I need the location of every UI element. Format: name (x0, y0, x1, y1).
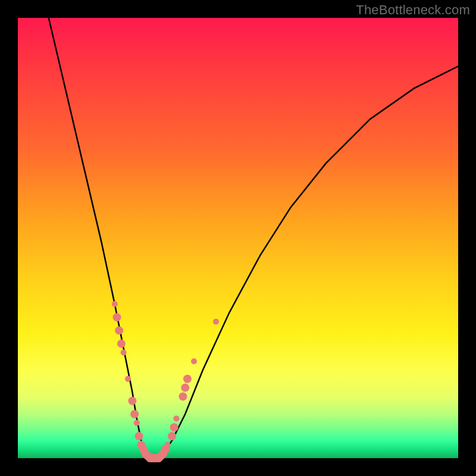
scatter-dot (117, 340, 126, 348)
scatter-dot (170, 423, 178, 431)
scatter-dot (181, 384, 189, 392)
scatter-dot (125, 376, 131, 382)
scatter-dot (112, 301, 118, 307)
scatter-dot (213, 319, 219, 325)
scatter-dot (121, 349, 127, 355)
scatter-dot (168, 432, 176, 440)
scatter-dot (173, 415, 179, 421)
scatter-dots (112, 301, 219, 462)
scatter-dot (179, 392, 187, 400)
scatter-dot (113, 313, 121, 321)
scatter-dot (128, 397, 136, 405)
scatter-dot (115, 326, 123, 334)
scatter-dot (130, 410, 139, 418)
plot-area (18, 18, 458, 458)
scatter-dot (183, 375, 192, 383)
chart-frame: TheBottleneck.com (0, 0, 476, 476)
curve-svg (18, 18, 458, 458)
scatter-dot (165, 442, 171, 448)
scatter-dot (191, 358, 197, 364)
scatter-dot (134, 420, 140, 426)
scatter-dot (135, 432, 143, 440)
bottleneck-curve (49, 18, 458, 458)
watermark-text: TheBottleneck.com (356, 2, 470, 18)
